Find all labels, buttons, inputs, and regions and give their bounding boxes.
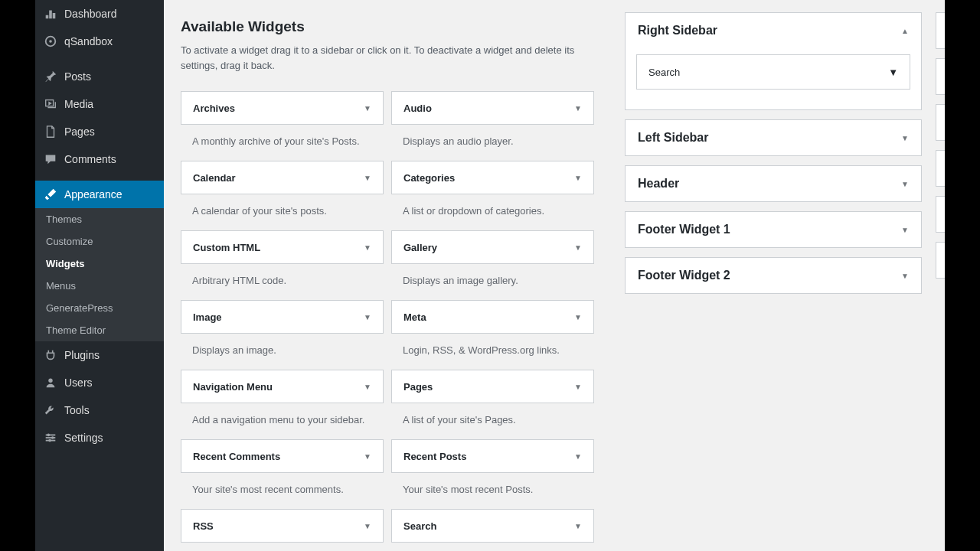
- sidebar-item-qsandbox[interactable]: qSandbox: [35, 28, 164, 55]
- sidebar-label: Pages: [64, 126, 95, 138]
- sidebar-item-comments[interactable]: Comments: [35, 145, 164, 173]
- available-widget-categories[interactable]: Categories▼: [391, 161, 594, 194]
- brush-icon: [43, 187, 58, 202]
- available-widgets-title: Available Widgets: [181, 18, 594, 35]
- widget-area-header[interactable]: Right Sidebar▲: [626, 13, 921, 48]
- sidebar-label: Users: [64, 377, 93, 389]
- chevron-down-icon: ▼: [901, 226, 909, 234]
- submenu-customize[interactable]: Customize: [35, 230, 164, 253]
- sidebar-item-appearance[interactable]: Appearance: [35, 181, 164, 208]
- widget-cell: Gallery▼Displays an image gallery.: [391, 230, 594, 300]
- sidebar-item-dashboard[interactable]: Dashboard: [35, 0, 164, 28]
- widget-area-title: Header: [638, 177, 679, 191]
- widget-description: A list or dropdown of categories.: [403, 205, 594, 217]
- available-widgets-desc: To activate a widget drag it to a sideba…: [181, 43, 586, 73]
- widget-area-title: Right Sidebar: [638, 24, 717, 37]
- svg-point-8: [51, 436, 54, 439]
- chevron-down-icon: ▼: [364, 383, 371, 391]
- chevron-down-icon: ▼: [364, 313, 371, 321]
- widget-description: Your site's most recent comments.: [192, 484, 384, 495]
- placed-widget-search[interactable]: Search▼: [636, 54, 910, 90]
- available-widget-archives[interactable]: Archives▼: [181, 91, 384, 125]
- widget-area-body: Search▼: [626, 48, 921, 109]
- chevron-down-icon: ▼: [888, 67, 898, 78]
- settings-icon: [43, 430, 58, 445]
- users-icon: [43, 375, 58, 390]
- dashboard-icon: [43, 6, 58, 21]
- widget-title: Gallery: [403, 242, 437, 253]
- widget-description: A list of your site's Pages.: [403, 414, 594, 425]
- available-widget-image[interactable]: Image▼: [181, 300, 384, 334]
- chevron-down-icon: ▼: [364, 243, 371, 252]
- widget-description: Your site's most recent Posts.: [403, 484, 594, 495]
- sidebar-item-posts[interactable]: Posts: [35, 63, 164, 90]
- pin-icon: [43, 69, 58, 84]
- available-widget-navigation-menu[interactable]: Navigation Menu▼: [181, 370, 384, 403]
- chevron-down-icon: ▼: [574, 104, 582, 112]
- available-widget-custom-html[interactable]: Custom HTML▼: [181, 230, 384, 264]
- available-widgets-column: Available Widgets To activate a widget d…: [181, 0, 594, 536]
- chevron-up-icon: ▲: [901, 27, 909, 35]
- submenu-theme-editor[interactable]: Theme Editor: [35, 319, 164, 341]
- chevron-down-icon: ▼: [574, 452, 582, 461]
- widget-area-header[interactable]: Footer Widget 2▼: [626, 258, 921, 293]
- sidebar-item-pages[interactable]: Pages: [35, 118, 164, 145]
- chevron-down-icon: ▼: [364, 452, 371, 461]
- available-widget-search[interactable]: Search▼: [391, 509, 594, 543]
- available-widget-meta[interactable]: Meta▼: [391, 300, 594, 334]
- widget-title: RSS: [193, 520, 214, 532]
- chevron-down-icon: ▼: [574, 313, 582, 321]
- widget-area-header[interactable]: Header▼: [626, 166, 921, 201]
- sidebar-label: Settings: [64, 432, 103, 444]
- sandbox-icon: [43, 34, 58, 49]
- widget-title: Pages: [403, 381, 433, 393]
- widget-area-header[interactable]: Left Sidebar▼: [626, 120, 921, 155]
- plug-icon: [43, 347, 58, 363]
- widget-description: Add a navigation menu to your sidebar.: [192, 414, 384, 425]
- sidebar-label: Appearance: [64, 188, 122, 201]
- chevron-down-icon: ▼: [574, 174, 582, 182]
- svg-point-9: [48, 439, 51, 442]
- widget-area-header[interactable]: Footer Widget 1▼: [626, 212, 921, 247]
- available-widget-rss[interactable]: RSS▼: [181, 509, 384, 543]
- available-widget-audio[interactable]: Audio▼: [391, 91, 594, 125]
- submenu-widgets[interactable]: Widgets: [35, 253, 164, 275]
- appearance-submenu: Themes Customize Widgets Menus GenerateP…: [35, 208, 164, 341]
- available-widget-recent-posts[interactable]: Recent Posts▼: [391, 439, 594, 473]
- sidebar-item-media[interactable]: Media: [35, 90, 164, 118]
- sidebar-item-settings[interactable]: Settings: [35, 424, 164, 452]
- widget-cell: Search▼A search form for your site.: [391, 509, 594, 551]
- sidebar-item-plugins[interactable]: Plugins: [35, 341, 164, 369]
- available-widget-gallery[interactable]: Gallery▼: [391, 230, 594, 264]
- svg-point-3: [48, 379, 52, 383]
- widget-area-left-sidebar: Left Sidebar▼: [625, 119, 922, 156]
- sidebar-label: Posts: [64, 70, 91, 83]
- widget-description: A monthly archive of your site's Posts.: [192, 135, 384, 147]
- available-widget-calendar[interactable]: Calendar▼: [181, 161, 384, 194]
- widget-cell: Navigation Menu▼Add a navigation menu to…: [181, 370, 384, 439]
- widget-title: Navigation Menu: [193, 381, 273, 393]
- sidebar-item-users[interactable]: Users: [35, 369, 164, 396]
- widget-area-title: Footer Widget 2: [638, 269, 730, 282]
- submenu-menus[interactable]: Menus: [35, 275, 164, 297]
- widget-description: Login, RSS, & WordPress.org links.: [403, 344, 594, 356]
- submenu-generatepress[interactable]: GeneratePress: [35, 297, 164, 319]
- widget-title: Search: [403, 520, 436, 532]
- sidebar-label: Comments: [64, 153, 116, 165]
- chevron-down-icon: ▼: [901, 134, 909, 142]
- available-widget-pages[interactable]: Pages▼: [391, 370, 594, 403]
- available-widget-recent-comments[interactable]: Recent Comments▼: [181, 439, 384, 473]
- sidebar-label: Media: [64, 98, 93, 110]
- chevron-down-icon: ▼: [364, 104, 371, 112]
- widget-cell: Meta▼Login, RSS, & WordPress.org links.: [391, 300, 594, 370]
- widget-areas-column: Right Sidebar▲Search▼Left Sidebar▼Header…: [625, 0, 922, 536]
- widget-cell: RSS▼Entries from any RSS or Atom feed.: [181, 509, 384, 551]
- widget-description: Displays an image.: [192, 344, 384, 356]
- chevron-down-icon: ▼: [574, 243, 582, 252]
- sidebar-item-tools[interactable]: Tools: [35, 396, 164, 424]
- widget-cell: Archives▼A monthly archive of your site'…: [181, 91, 384, 161]
- widget-title: Archives: [193, 103, 235, 114]
- submenu-themes[interactable]: Themes: [35, 208, 164, 230]
- widget-area-title: Left Sidebar: [638, 131, 708, 145]
- sidebar-label: Dashboard: [64, 8, 117, 20]
